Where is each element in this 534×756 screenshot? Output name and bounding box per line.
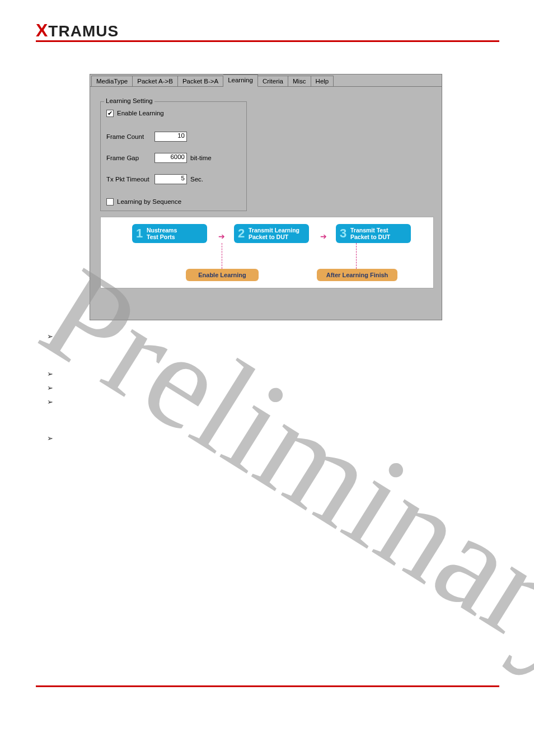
diagram-step-1: 1 NustreamsTest Ports [132,224,207,243]
diagram-enable-learning-badge: Enable Learning [186,269,259,281]
step-2-text: Transmit LearningPacket to DUT [249,227,299,240]
logo-x: X [36,20,48,40]
arrow-icon: ➔ [218,232,225,241]
tab-help[interactable]: Help [311,76,334,86]
enable-learning-label: Enable Learning [117,110,164,116]
bullet-item: ➢ [47,398,53,406]
footer-divider [36,685,499,687]
frame-gap-input[interactable]: 6000 [154,153,187,163]
learning-flow-diagram: 1 NustreamsTest Ports ➔ 2 Transmit Learn… [100,217,434,288]
bullet-list: ➢ ➢ ➢ ➢ ➢ [47,332,53,448]
bullet-item: ➢ [47,384,53,392]
tab-criteria[interactable]: Criteria [258,76,288,86]
enable-learning-checkbox[interactable]: ✔ [106,110,114,117]
tab-packet-ab[interactable]: Packet A->B [133,76,178,86]
tab-learning[interactable]: Learning [223,74,258,87]
learning-setting-group: Learning Setting ✔ Enable Learning Frame… [100,101,247,211]
tab-strip: MediaType Packet A->B Packet B->A Learni… [90,74,442,87]
brand-logo: XTRAMUS [36,20,119,41]
step-3-number: 3 [336,226,350,241]
header-divider [36,40,499,42]
frame-gap-label: Frame Gap [106,155,154,161]
tx-timeout-label: Tx Pkt Timeout [106,176,154,183]
bullet-item: ➢ [47,332,53,340]
step-3-text: Transmit TestPacket to DUT [350,227,390,240]
group-title: Learning Setting [104,97,154,104]
step-2-number: 2 [234,226,249,241]
tx-timeout-unit: Sec. [190,176,203,183]
diagram-step-3: 3 Transmit TestPacket to DUT [336,224,411,243]
frame-count-label: Frame Count [106,133,154,140]
arrow-icon: ➔ [320,232,327,241]
frame-count-input[interactable]: 10 [154,132,187,142]
learning-by-sequence-checkbox[interactable] [106,198,114,206]
diagram-step-2: 2 Transmit LearningPacket to DUT [234,224,309,243]
tab-misc[interactable]: Misc [288,76,311,86]
bullet-item: ➢ [47,434,53,442]
tx-timeout-input[interactable]: 5 [154,174,187,184]
dashed-connector [222,243,222,269]
diagram-after-learning-badge: After Learning Finish [317,269,397,281]
frame-gap-unit: bit-time [190,155,212,161]
step-1-number: 1 [132,226,147,241]
learning-by-sequence-label: Learning by Sequence [117,198,181,205]
settings-dialog: MediaType Packet A->B Packet B->A Learni… [90,74,442,320]
dashed-connector [356,243,357,269]
tab-mediatype[interactable]: MediaType [91,76,133,86]
tab-packet-ba[interactable]: Packet B->A [178,76,223,86]
logo-rest: TRAMUS [48,22,119,40]
bullet-item: ➢ [47,370,53,378]
step-1-text: NustreamsTest Ports [147,227,177,240]
